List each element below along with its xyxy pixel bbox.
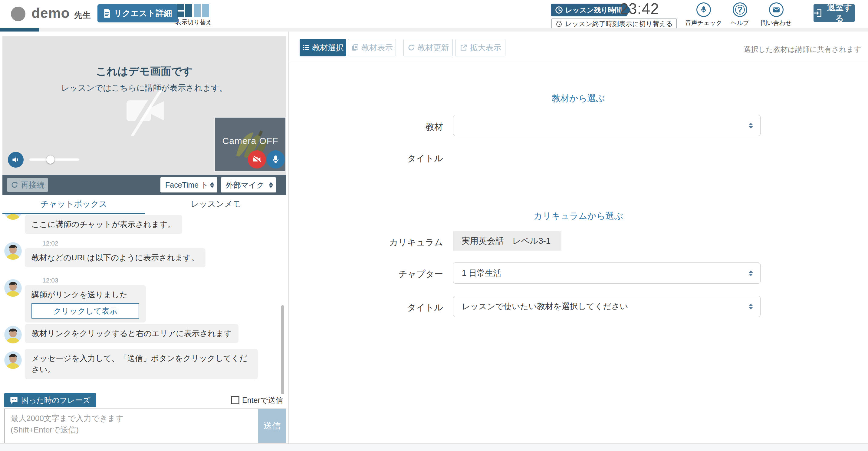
material-select[interactable]	[453, 115, 761, 136]
curriculum-title-value: レッスンで使いたい教材を選択してください	[462, 301, 628, 312]
self-video-thumbnail: Camera OFF	[214, 117, 286, 172]
chat-message-list: ここに講師のチャットが表示されます。 12:02 教材などのURLは以下のように…	[2, 214, 286, 394]
teacher-name: demo先生	[31, 5, 91, 21]
updown-arrows-icon	[749, 302, 753, 312]
microphone-icon	[700, 6, 708, 13]
chat-message-with-link: 講師がリンクを送りました クリックして表示	[25, 285, 146, 322]
camera-device-value: FaceTime ト	[165, 180, 209, 190]
volume-slider-thumb[interactable]	[46, 156, 55, 164]
curriculum-value: 実用英会話 レベル3-1	[453, 231, 561, 251]
chat-message: 教材リンクをクリックすると右のエリアに表示されます	[25, 324, 239, 343]
avatar	[4, 279, 22, 297]
mic-device-value: 外部マイク	[226, 180, 264, 190]
material-refresh-label: 教材更新	[417, 43, 449, 53]
service-logo	[11, 7, 25, 21]
tab-lesson-memo[interactable]: レッスンメモ	[145, 199, 286, 213]
curriculum-title-label: タイトル	[379, 302, 443, 314]
material-expand-button[interactable]: 拡大表示	[456, 39, 505, 56]
updown-arrows-icon	[210, 180, 214, 190]
teacher-suffix: 先生	[74, 10, 91, 20]
speaker-volume-button[interactable]	[8, 152, 24, 168]
share-note: 選択した教材は講師に共有されます	[696, 45, 861, 54]
reconnect-button[interactable]: 再接続	[7, 178, 48, 192]
document-icon	[103, 9, 111, 18]
camera-device-select[interactable]: FaceTime ト	[160, 177, 217, 193]
updown-arrows-icon	[749, 268, 753, 278]
av-control-bar: 再接続 FaceTime ト 外部マイク	[2, 175, 286, 195]
mic-toggle-button[interactable]	[267, 150, 285, 169]
lesson-room: demo先生 リクエスト詳細 表示切り替え レッスン残り時間 23:42 レ	[0, 0, 868, 451]
toolbar-divider	[289, 63, 868, 63]
header-divider-strip	[0, 28, 868, 31]
mail-icon	[772, 6, 780, 13]
contact-button[interactable]	[769, 2, 783, 17]
chapter-select-value: 1 日常生活	[462, 267, 501, 279]
chat-message: ここに講師のチャットが表示されます。	[25, 215, 182, 234]
avatar	[4, 351, 22, 369]
mic-icon	[271, 155, 280, 164]
contact-label: 問い合わせ	[755, 19, 798, 27]
header: demo先生 リクエスト詳細 表示切り替え レッスン残り時間 23:42 レ	[0, 0, 868, 28]
speaker-icon	[11, 155, 20, 164]
camera-off-icon	[123, 90, 168, 137]
material-expand-label: 拡大表示	[470, 43, 501, 53]
layout-toggle-cell	[177, 4, 184, 17]
teacher-video-area: これはデモ画面です レッスンではこちらに講師が表示されます。	[2, 36, 286, 175]
chat-message: 教材などのURLは以下のように表示されます。	[25, 248, 206, 267]
chat-message: メッセージを入力して、「送信」ボタンをクリックしてください。	[25, 349, 258, 379]
tab-chatbox[interactable]: チャットボックス	[2, 199, 145, 213]
remaining-time-value: 23:42	[620, 0, 659, 18]
refresh-icon	[407, 44, 415, 52]
avatar	[4, 214, 22, 220]
leave-room-button[interactable]: 退室する	[813, 4, 855, 22]
chat-scrollbar-thumb[interactable]	[281, 305, 284, 394]
remaining-time-label: レッスン残り時間	[565, 5, 622, 15]
expand-icon	[460, 44, 468, 52]
curriculum-title-select[interactable]: レッスンで使いたい教材を選択してください	[453, 296, 761, 317]
alarm-clock-icon	[555, 20, 563, 28]
speech-bubble-icon	[10, 396, 18, 405]
request-detail-button[interactable]: リクエスト詳細	[97, 4, 178, 22]
camera-toggle-button[interactable]	[248, 150, 266, 169]
audio-check-button[interactable]	[696, 2, 711, 17]
chat-input-placeholder: 最大2000文字まで入力できます	[10, 413, 124, 424]
request-detail-label: リクエスト詳細	[114, 8, 172, 19]
help-button[interactable]: ?	[733, 2, 747, 17]
camera-off-text: Camera OFF	[215, 136, 285, 146]
leave-room-label: 退室する	[825, 2, 855, 24]
layout-toggle-cell	[194, 4, 200, 17]
chat-input[interactable]: 最大2000文字まで入力できます (Shift+Enterで送信) 送信	[4, 408, 286, 443]
remaining-time-badge: レッスン残り時間	[551, 4, 626, 17]
exit-icon	[813, 9, 822, 17]
material-show-button[interactable]: 教材表示	[348, 39, 396, 56]
layout-toggle-label: 表示切り替え	[173, 18, 215, 26]
copy-icon	[351, 44, 359, 52]
toggle-endtime-label: レッスン終了時刻表示に切り替える	[565, 20, 673, 28]
material-show-label: 教材表示	[361, 43, 393, 53]
enter-to-send-label: Enterで送信	[242, 395, 283, 405]
help-label: ヘルプ	[722, 19, 758, 27]
enter-to-send-checkbox[interactable]	[231, 396, 239, 404]
updown-arrows-icon	[269, 180, 273, 190]
phrases-button[interactable]: 困った時のフレーズ	[4, 393, 96, 407]
mic-device-select[interactable]: 外部マイク	[221, 177, 276, 193]
question-icon: ?	[735, 5, 745, 15]
material-label: 教材	[379, 121, 443, 133]
updown-arrows-icon	[749, 121, 753, 131]
footer-strip	[0, 444, 868, 451]
demo-title: これはデモ画面です	[2, 64, 286, 79]
refresh-icon	[10, 181, 19, 189]
list-icon	[302, 44, 310, 52]
material-select-tab[interactable]: 教材選択	[300, 39, 346, 56]
material-link-button[interactable]: クリックして表示	[31, 303, 139, 318]
reconnect-label: 再接続	[21, 180, 44, 190]
left-tab-indicator	[0, 28, 39, 31]
layout-toggle-icon[interactable]	[177, 4, 211, 17]
layout-toggle-cell	[202, 4, 209, 17]
send-button[interactable]: 送信	[258, 409, 286, 443]
chapter-select[interactable]: 1 日常生活	[453, 262, 761, 284]
audio-check-label: 音声チェック	[682, 19, 725, 27]
material-title-label: タイトル	[379, 152, 443, 165]
material-refresh-button[interactable]: 教材更新	[403, 39, 453, 56]
section-title-curriculum: カリキュラムから選ぶ	[289, 210, 868, 222]
